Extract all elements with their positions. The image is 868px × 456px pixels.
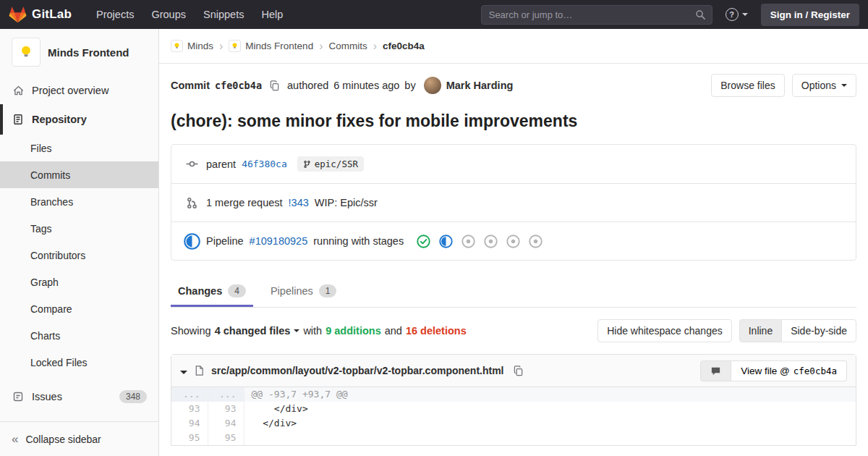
mr-title-text: WIP: Epic/ssr <box>315 197 378 208</box>
code-line: </div> <box>244 402 856 416</box>
diff-line: 94 94 </div> <box>171 416 856 431</box>
main-content: Minds › Minds Frontend › Commits › cfe0c… <box>159 29 868 456</box>
parent-sha-link[interactable]: 46f380ca <box>242 159 287 169</box>
breadcrumb-project-label: Minds Frontend <box>245 41 313 51</box>
tab-changes-label: Changes <box>178 285 222 297</box>
project-name: Minds Frontend <box>48 46 129 59</box>
chevron-down-icon <box>294 329 299 332</box>
old-lineno[interactable]: 93 <box>171 402 208 416</box>
project-context[interactable]: Minds Frontend <box>0 29 158 77</box>
sidebar-item-locked-files[interactable]: Locked Files <box>0 349 158 376</box>
author-name[interactable]: Mark Harding <box>446 80 514 91</box>
old-lineno[interactable]: 95 <box>171 431 208 445</box>
diff-file: src/app/common/layout/v2-topbar/v2-topba… <box>171 354 856 446</box>
tab-changes[interactable]: Changes 4 <box>171 275 253 307</box>
pipeline-word: Pipeline <box>206 235 244 247</box>
issues-count-badge: 348 <box>119 390 147 403</box>
view-file-button[interactable]: View file @ cfe0cb4a <box>731 360 847 381</box>
browse-files-button[interactable]: Browse files <box>711 74 784 97</box>
pipeline-status-text: running with stages <box>313 235 404 247</box>
sidebar-item-charts[interactable]: Charts <box>0 322 158 349</box>
copy-sha-button[interactable] <box>267 80 282 91</box>
breadcrumb-project[interactable]: Minds Frontend <box>229 40 313 52</box>
sidebar-item-compare[interactable]: Compare <box>0 295 158 322</box>
pipeline-id-link[interactable]: #109180925 <box>250 235 308 247</box>
menu-snippets[interactable]: Snippets <box>195 1 252 28</box>
help-icon: ? <box>726 8 739 21</box>
sidebar-item-tags[interactable]: Tags <box>0 215 158 242</box>
stage-created-icon[interactable] <box>461 235 475 248</box>
authored-word: authored <box>287 80 328 91</box>
mr-ref-link[interactable]: !343 <box>289 197 309 208</box>
options-dropdown-button[interactable]: Options <box>792 74 856 97</box>
chevron-right-icon: › <box>319 41 323 52</box>
double-chevron-left-icon: « <box>12 433 18 445</box>
comment-icon <box>710 366 721 376</box>
stage-created-icon[interactable] <box>529 235 542 248</box>
copy-path-button[interactable] <box>511 366 526 376</box>
sidebar-item-commits[interactable]: Commits <box>0 161 158 188</box>
sidebar-item-repository[interactable]: Repository <box>0 104 158 135</box>
breadcrumb-commits[interactable]: Commits <box>328 41 367 51</box>
diff-table: ... ... @@ -93,7 +93,7 @@ 93 93 </div> 9… <box>171 387 856 445</box>
changed-files-dropdown[interactable]: 4 changed files <box>215 325 300 337</box>
stage-running-icon[interactable] <box>439 235 453 248</box>
menu-help[interactable]: Help <box>252 1 292 28</box>
code-line: </div> <box>244 416 856 431</box>
view-file-label: View file @ <box>741 366 789 376</box>
sidebar-item-issues[interactable]: Issues 348 <box>0 383 158 410</box>
sidebar-item-label: Repository <box>32 114 87 125</box>
options-label: Options <box>801 80 836 91</box>
commit-details-box: parent 46f380ca epic/SSR <box>171 144 856 261</box>
new-lineno[interactable]: 94 <box>208 416 244 431</box>
file-icon <box>194 365 205 376</box>
stage-created-icon[interactable] <box>506 235 520 248</box>
stage-created-icon[interactable] <box>484 235 498 248</box>
hunk-header-text: @@ -93,7 +93,7 @@ <box>244 387 856 402</box>
commit-header: Commit cfe0cb4a authored 6 minutes ago b… <box>171 74 856 97</box>
diff-view-toggle: Inline Side-by-side <box>739 319 856 342</box>
repository-icon <box>12 114 25 125</box>
search-input[interactable] <box>481 5 712 25</box>
and-word: and <box>385 325 402 337</box>
stage-passed-icon[interactable] <box>417 235 430 248</box>
branch-ref-tag[interactable]: epic/SSR <box>297 156 364 172</box>
toggle-comments-button[interactable] <box>700 360 731 381</box>
menu-projects[interactable]: Projects <box>88 1 142 28</box>
commit-sha: cfe0cb4a <box>215 80 262 91</box>
side-by-side-view-button[interactable]: Side-by-side <box>781 319 856 342</box>
pipeline-mini-graph <box>417 235 542 248</box>
sidebar-item-graph[interactable]: Graph <box>0 269 158 295</box>
sidebar-item-files[interactable]: Files <box>0 135 158 161</box>
repository-submenu: Files Commits Branches Tags Contributors… <box>0 135 158 376</box>
breadcrumb: Minds › Minds Frontend › Commits › cfe0c… <box>159 29 868 64</box>
sidebar-item-project-overview[interactable]: Project overview <box>0 77 158 104</box>
sidebar-item-contributors[interactable]: Contributors <box>0 242 158 269</box>
tab-pipelines[interactable]: Pipelines 1 <box>263 275 344 307</box>
diff-line: 93 93 </div> <box>171 402 856 416</box>
by-word: by <box>404 80 415 91</box>
new-lineno[interactable]: 93 <box>208 402 244 416</box>
chevron-down-icon <box>841 84 847 87</box>
hide-whitespace-button[interactable]: Hide whitespace changes <box>597 319 732 342</box>
merge-request-icon <box>183 197 200 209</box>
sign-in-button[interactable]: Sign in / Register <box>761 4 859 26</box>
old-lineno[interactable]: 94 <box>171 416 208 431</box>
collapse-diff-caret[interactable] <box>180 365 187 376</box>
new-lineno[interactable]: 95 <box>208 431 244 445</box>
chevron-right-icon: › <box>373 41 377 52</box>
inline-view-button[interactable]: Inline <box>739 319 782 342</box>
diff-file-path[interactable]: src/app/common/layout/v2-topbar/v2-topba… <box>211 365 504 376</box>
help-dropdown[interactable]: ? <box>718 8 755 21</box>
sidebar-item-branches[interactable]: Branches <box>0 188 158 215</box>
menu-groups[interactable]: Groups <box>142 1 195 28</box>
group-avatar <box>171 40 183 52</box>
gitlab-brand[interactable]: GitLab <box>9 6 72 23</box>
collapse-sidebar-button[interactable]: « Collapse sidebar <box>0 421 158 456</box>
commit-tabs: Changes 4 Pipelines 1 <box>171 275 856 308</box>
author-avatar[interactable] <box>424 77 441 94</box>
parent-row: parent 46f380ca epic/SSR <box>171 145 856 183</box>
breadcrumb-group[interactable]: Minds <box>171 40 213 52</box>
hunk-header-row: ... ... @@ -93,7 +93,7 @@ <box>171 387 856 402</box>
changes-count-badge: 4 <box>228 284 246 297</box>
